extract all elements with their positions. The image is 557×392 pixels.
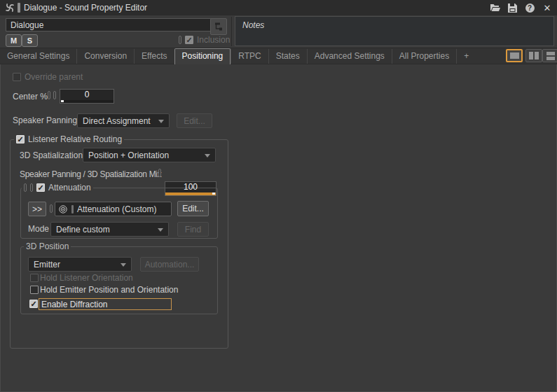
- show-in-hierarchy-button[interactable]: [210, 18, 227, 35]
- attenuation-legend: ✓ Attenuation: [22, 183, 93, 192]
- center-slider-handle[interactable]: [61, 100, 64, 102]
- layout-split-horizontal-button[interactable]: [542, 49, 557, 62]
- hold-listener-orientation-label: Hold Listener Orientation: [40, 273, 133, 283]
- inclusion-label: Inclusion: [197, 35, 230, 45]
- attenuation-edit-button[interactable]: Edit...: [177, 201, 209, 216]
- property-tabs: General Settings Conversion Effects Posi…: [0, 48, 557, 64]
- hold-emitter-position-label: Hold Emitter Position and Orientation: [40, 285, 178, 295]
- attenuation-object-indicator-icon: [50, 204, 53, 213]
- tab-all-properties[interactable]: All Properties: [392, 49, 456, 64]
- save-icon[interactable]: [507, 2, 518, 13]
- inclusion-indicator-icon: [179, 36, 181, 44]
- speaker-panning-label: Speaker Panning: [13, 115, 77, 125]
- help-icon[interactable]: ?: [524, 2, 535, 13]
- hierarchy-icon: [214, 22, 224, 31]
- object-field-grip: [71, 205, 74, 214]
- inclusion-checkbox[interactable]: ✓: [185, 36, 193, 44]
- object-name-input[interactable]: [6, 18, 212, 31]
- attenuation-rtpc-indicator-icon: [30, 183, 33, 192]
- attenuation-shareset-icon: [58, 204, 68, 214]
- sound-property-editor-window: Dialogue - Sound Property Editor ? ✕: [0, 0, 557, 392]
- titlebar-grip: [18, 3, 20, 13]
- center-link-indicator-icon: [48, 91, 50, 99]
- position-3d-label: 3D Position: [26, 241, 69, 251]
- hold-emitter-position-checkbox[interactable]: [30, 286, 39, 294]
- tab-general-settings[interactable]: General Settings: [0, 49, 76, 64]
- attenuation-shortcut-button[interactable]: >>: [28, 202, 46, 216]
- mix-rtpc-indicator-icon: [158, 169, 161, 177]
- tab-states[interactable]: States: [268, 49, 307, 64]
- tab-add[interactable]: +: [456, 49, 476, 64]
- enable-diffraction-checkbox[interactable]: ✓: [29, 300, 38, 308]
- enable-diffraction-label: Enable Diffraction: [39, 300, 108, 309]
- chevron-down-icon: [121, 263, 126, 267]
- speaker-panning-edit-button[interactable]: Edit...: [177, 113, 212, 128]
- override-parent-checkbox[interactable]: [13, 73, 21, 81]
- chevron-down-icon: [158, 120, 164, 123]
- spatialization-mix-label: Speaker Panning / 3D Spatialization Mix: [20, 169, 161, 179]
- attenuation-label: Attenuation: [48, 183, 91, 192]
- header-splitter[interactable]: [231, 17, 232, 46]
- listener-relative-routing-legend: ✓ Listener Relative Routing: [14, 134, 124, 144]
- find-button[interactable]: Find: [177, 222, 209, 237]
- center-rtpc-indicator-icon: [53, 91, 56, 99]
- automation-button[interactable]: Automation...: [140, 257, 199, 272]
- mix-slider-handle[interactable]: [212, 192, 215, 195]
- layout-single-pane-button[interactable]: [506, 49, 523, 62]
- center-percent-label: Center %: [13, 92, 48, 102]
- position-3d-legend: 3D Position: [24, 241, 71, 251]
- chevron-down-icon: [205, 154, 210, 158]
- horizontal-split-icon: [546, 52, 555, 55]
- window-title: Dialogue - Sound Property Editor: [24, 3, 147, 13]
- tab-rtpc[interactable]: RTPC: [231, 49, 268, 64]
- tab-conversion[interactable]: Conversion: [76, 49, 134, 64]
- attenuation-object-field[interactable]: Attenuation (Custom): [55, 202, 172, 216]
- solo-button[interactable]: S: [22, 34, 38, 47]
- editor-header: M S ✓ Inclusion Notes: [0, 15, 557, 48]
- mode-dropdown[interactable]: Define custom: [50, 222, 169, 237]
- chevron-down-icon: [158, 228, 163, 232]
- tab-effects[interactable]: Effects: [134, 49, 174, 64]
- attenuation-object-name: Attenuation (Custom): [77, 204, 156, 214]
- spatialization-label: 3D Spatialization: [20, 150, 83, 160]
- listener-relative-routing-label: Listener Relative Routing: [28, 134, 122, 144]
- tab-advanced-settings[interactable]: Advanced Settings: [307, 49, 392, 64]
- tab-positioning[interactable]: Positioning: [174, 48, 231, 64]
- hold-listener-orientation-checkbox[interactable]: [30, 274, 39, 282]
- attenuation-link-indicator-icon: [24, 183, 27, 192]
- wwise-logo-icon: [4, 2, 15, 13]
- spatialization-dropdown[interactable]: Position + Orientation: [83, 148, 216, 162]
- open-icon[interactable]: [489, 2, 500, 13]
- center-percent-slider[interactable]: 0: [60, 89, 114, 104]
- single-pane-icon: [510, 52, 519, 59]
- close-icon[interactable]: ✕: [542, 2, 553, 13]
- spatialization-mix-value: 100: [165, 182, 216, 192]
- attenuation-checkbox[interactable]: ✓: [36, 183, 45, 192]
- mode-label: Mode: [28, 224, 49, 234]
- title-bar: Dialogue - Sound Property Editor ? ✕: [0, 0, 557, 16]
- listener-relative-routing-checkbox[interactable]: ✓: [16, 135, 25, 144]
- enable-diffraction-focus-box: Enable Diffraction: [39, 298, 172, 310]
- speaker-panning-dropdown[interactable]: Direct Assignment: [77, 113, 170, 128]
- notes-field[interactable]: Notes: [235, 16, 554, 46]
- notes-placeholder: Notes: [235, 17, 553, 34]
- mute-button[interactable]: M: [6, 34, 22, 47]
- vertical-split-icon: [529, 52, 533, 59]
- override-parent-label: Override parent: [25, 72, 83, 82]
- center-percent-value: 0: [60, 90, 114, 100]
- layout-split-vertical-button[interactable]: [525, 49, 542, 62]
- position-source-dropdown[interactable]: Emitter: [28, 257, 132, 272]
